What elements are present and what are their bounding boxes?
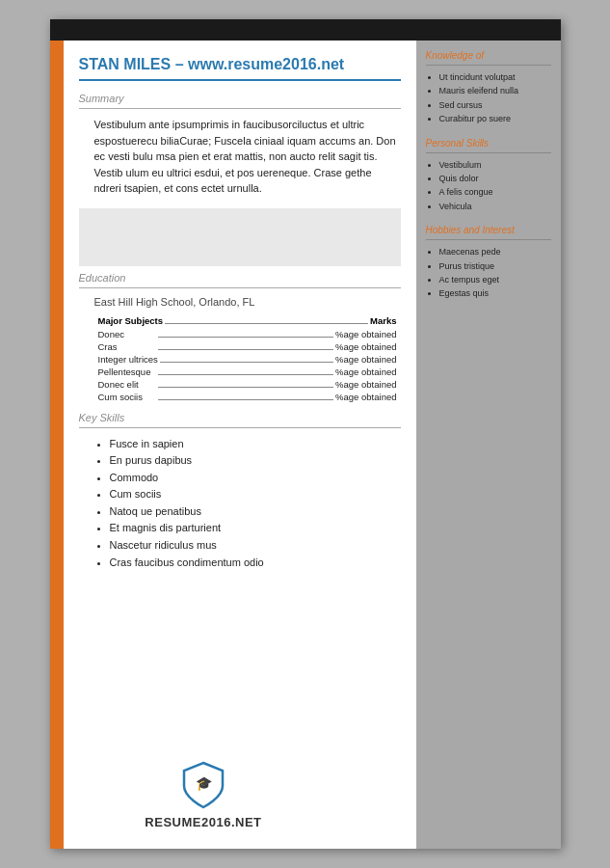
header-divider bbox=[79, 79, 401, 81]
personal-list: VestibulumQuis dolorA felis congueVehicu… bbox=[439, 158, 551, 214]
sidebar-personal-skills: Personal Skills VestibulumQuis dolorA fe… bbox=[426, 138, 551, 214]
knowledge-item: Sed cursus bbox=[439, 98, 551, 112]
skill-item: Natoq ue penatibus bbox=[110, 503, 401, 521]
header: STAN MILES – www.resume2016.net bbox=[79, 56, 401, 81]
subject-dots bbox=[160, 362, 333, 363]
subject-name: Cras bbox=[98, 341, 156, 352]
subject-value: %age obtained bbox=[335, 354, 396, 365]
personal-skill-item: Vehicula bbox=[439, 200, 551, 213]
knowledge-item: Ut tincidunt volutpat bbox=[439, 70, 551, 84]
skill-item: En purus dapibus bbox=[110, 452, 401, 470]
subject-row: Donec %age obtained bbox=[98, 329, 397, 339]
subject-row: Integer ultrices %age obtained bbox=[98, 354, 397, 365]
subjects-col-value: Marks bbox=[370, 315, 396, 326]
subject-name: Integer ultrices bbox=[98, 354, 158, 365]
subjects-header-row: Major Subjects Marks bbox=[98, 315, 397, 326]
skill-item: Nascetur ridiculus mus bbox=[110, 537, 401, 555]
hobby-item: Egestas quis bbox=[439, 286, 551, 300]
subject-dots bbox=[158, 349, 334, 350]
sidebar-knowledge: Knowledge of Ut tincidunt volutpatMauris… bbox=[426, 50, 551, 126]
subject-row: Donec elit %age obtained bbox=[98, 379, 397, 390]
content-area: STAN MILES – www.resume2016.net Summary … bbox=[64, 41, 416, 849]
shield-icon: 🎓 bbox=[182, 761, 225, 809]
key-skills-label: Key Skills bbox=[79, 412, 401, 423]
subject-value: %age obtained bbox=[335, 341, 396, 352]
header-name: STAN MILES – www.resume2016.net bbox=[79, 56, 401, 73]
key-skills-divider bbox=[79, 427, 401, 428]
summary-text: Vestibulum ante ipsumprimis in faucibuso… bbox=[94, 117, 401, 197]
spacer-box bbox=[79, 208, 401, 266]
hobby-item: Ac tempus eget bbox=[439, 273, 551, 286]
subject-name: Pellentesque bbox=[98, 366, 156, 377]
skill-item: Fusce in sapien bbox=[110, 436, 401, 453]
subject-value: %age obtained bbox=[335, 366, 396, 377]
summary-section: Summary Vestibulum ante ipsumprimis in f… bbox=[79, 93, 401, 197]
subject-row: Cum sociis %age obtained bbox=[98, 392, 397, 402]
subject-value: %age obtained bbox=[335, 379, 396, 390]
subject-dots bbox=[158, 337, 334, 338]
sidebar-hobbies-title: Hobbies and Interest bbox=[426, 225, 551, 235]
subjects-container: Major Subjects Marks Donec %age obtained… bbox=[98, 315, 397, 402]
svg-text:🎓: 🎓 bbox=[195, 775, 212, 792]
personal-skill-item: Quis dolor bbox=[439, 172, 551, 185]
top-black-bar bbox=[50, 19, 561, 41]
skills-list: Fusce in sapienEn purus dapibusCommodoCu… bbox=[110, 436, 401, 572]
sidebar-knowledge-title: Knowledge of bbox=[426, 50, 551, 61]
skill-item: Commodo bbox=[110, 470, 401, 487]
hobbies-list: Maecenas pedePurus tristiqueAc tempus eg… bbox=[439, 245, 551, 301]
subject-name: Cum sociis bbox=[98, 392, 156, 402]
sidebar-personal-title: Personal Skills bbox=[426, 138, 551, 149]
skill-item: Et magnis dis parturient bbox=[110, 520, 401, 537]
subjects-col-label: Major Subjects bbox=[98, 315, 164, 326]
sidebar-hobbies-divider bbox=[426, 239, 551, 240]
key-skills-section: Key Skills Fusce in sapienEn purus dapib… bbox=[79, 412, 401, 572]
subject-dots bbox=[158, 374, 334, 375]
hobby-item: Purus tristique bbox=[439, 259, 551, 273]
education-section: Education East Hill High School, Orlando… bbox=[79, 272, 401, 402]
education-divider bbox=[79, 287, 401, 288]
subject-row: Cras %age obtained bbox=[98, 341, 397, 352]
summary-label: Summary bbox=[79, 93, 401, 104]
subject-value: %age obtained bbox=[335, 329, 396, 339]
left-orange-bar bbox=[50, 41, 64, 849]
subject-value: %age obtained bbox=[335, 392, 396, 402]
knowledge-list: Ut tincidunt volutpatMauris eleifend nul… bbox=[439, 70, 551, 126]
subject-name: Donec bbox=[98, 329, 156, 339]
personal-skill-item: A felis congue bbox=[439, 185, 551, 199]
resume-page: STAN MILES – www.resume2016.net Summary … bbox=[50, 19, 561, 849]
subject-dots bbox=[158, 387, 334, 388]
education-label: Education bbox=[79, 272, 401, 284]
logo-area: 🎓 RESUME2016.NET bbox=[145, 761, 261, 829]
logo-text: RESUME2016.NET bbox=[145, 815, 261, 829]
skill-item: Cras faucibus condimentum odio bbox=[110, 555, 401, 572]
subjects-header-dots bbox=[165, 323, 368, 324]
school-name: East Hill High School, Orlando, FL bbox=[94, 296, 401, 308]
page-wrapper: STAN MILES – www.resume2016.net Summary … bbox=[0, 0, 610, 868]
subject-row: Pellentesque %age obtained bbox=[98, 366, 397, 377]
sidebar-hobbies: Hobbies and Interest Maecenas pedePurus … bbox=[426, 225, 551, 301]
subject-dots bbox=[158, 399, 334, 400]
subjects-rows: Donec %age obtained Cras %age obtained I… bbox=[98, 329, 397, 402]
hobby-item: Maecenas pede bbox=[439, 245, 551, 258]
personal-skill-item: Vestibulum bbox=[439, 158, 551, 172]
sidebar: Knowledge of Ut tincidunt volutpatMauris… bbox=[416, 41, 561, 849]
summary-divider bbox=[79, 108, 401, 109]
knowledge-item: Mauris eleifend nulla bbox=[439, 84, 551, 97]
sidebar-personal-divider bbox=[426, 152, 551, 153]
sidebar-knowledge-divider bbox=[426, 65, 551, 66]
knowledge-item: Curabitur po suere bbox=[439, 112, 551, 125]
skill-item: Cum sociis bbox=[110, 486, 401, 503]
subject-name: Donec elit bbox=[98, 379, 156, 390]
